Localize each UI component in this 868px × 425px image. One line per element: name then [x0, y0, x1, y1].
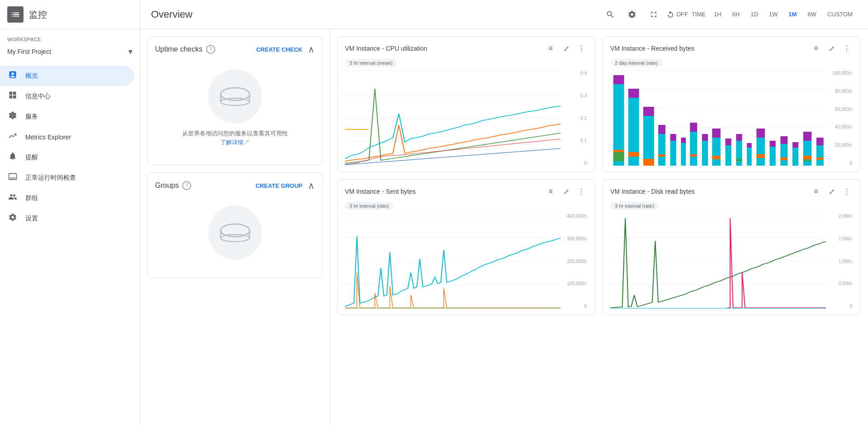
settings-button[interactable]	[623, 5, 641, 24]
groups-empty-state	[155, 195, 315, 271]
svg-rect-42	[702, 134, 708, 141]
svg-rect-62	[793, 142, 798, 148]
chart-disk-more-btn[interactable]: ⋮	[840, 185, 853, 198]
chart-cpu-more-btn[interactable]: ⋮	[575, 42, 588, 55]
uptime-card-chevron-icon[interactable]: ∧	[308, 44, 315, 55]
chart-received-header: VM Instance - Received bytes ≡ ⤢ ⋮	[610, 42, 853, 55]
refresh-toggle[interactable]: OFF	[666, 10, 688, 19]
nav-icon-dashboard	[7, 91, 18, 102]
workspace-project-name: My First Project	[7, 48, 51, 55]
uptime-empty-text: 从世界各地访问您的服务以查看其可用性 了解详情↗	[182, 129, 288, 147]
sidebar-item-alerts[interactable]: 提醒	[0, 147, 134, 167]
chart-sent-legend-btn[interactable]: ≡	[544, 185, 557, 198]
chart-sent-y-labels: 400,000/s300,000/s200,000/s100,000/s0	[563, 214, 588, 309]
chart-cpu-title: VM Instance - CPU utilization	[345, 45, 427, 52]
create-check-link[interactable]: CREATE CHECK	[256, 46, 302, 53]
uptime-empty-state: 从世界各地访问您的服务以查看其可用性 了解详情↗	[155, 58, 315, 158]
sidebar-item-overview[interactable]: 概览	[0, 66, 134, 86]
svg-rect-68	[816, 138, 824, 145]
sidebar-item-uptime[interactable]: 正常运行时间检查	[0, 167, 134, 188]
svg-rect-56	[769, 147, 775, 166]
time-nav: TIME 1H 6H 1D 1W 1M 6W CUSTOM	[692, 8, 857, 20]
chart-cpu: VM Instance - CPU utilization ≡ ⤢ ⋮ 3 hr…	[337, 36, 595, 172]
svg-point-0	[12, 115, 14, 117]
svg-rect-64	[803, 132, 812, 141]
time-btn-6w[interactable]: 6W	[803, 8, 821, 20]
chart-disk-fullscreen-btn[interactable]: ⤢	[825, 185, 838, 198]
chart-sent-header: VM Instance - Sent bytes ≡ ⤢ ⋮	[345, 185, 588, 198]
uptime-help-icon[interactable]: ?	[206, 45, 215, 54]
chart-cpu-svg	[345, 71, 561, 166]
chart-cpu-header: VM Instance - CPU utilization ≡ ⤢ ⋮	[345, 42, 588, 55]
chart-received-legend-btn[interactable]: ≡	[810, 42, 822, 55]
svg-rect-35	[670, 134, 676, 141]
svg-rect-40	[690, 154, 697, 157]
svg-rect-37	[681, 138, 686, 143]
nav-label-services: 服务	[25, 113, 38, 121]
sidebar-item-groups[interactable]: 群组	[0, 188, 134, 208]
sidebar-item-services[interactable]: 服务	[0, 106, 134, 127]
time-btn-custom[interactable]: CUSTOM	[823, 8, 857, 20]
search-button[interactable]	[601, 5, 619, 24]
workspace-selector[interactable]: My First Project ▾	[7, 45, 132, 58]
chart-disk-interval: 3 hr interval (rate)	[610, 202, 659, 210]
chart-received-area: 100,000/s80,000/s60,000/s40,000/s20,000/…	[610, 71, 853, 166]
chart-received-svg	[610, 71, 826, 166]
svg-rect-28	[643, 116, 654, 166]
time-btn-1h[interactable]: 1H	[709, 8, 726, 20]
fullscreen-button[interactable]	[645, 5, 663, 24]
svg-rect-57	[769, 141, 775, 147]
svg-rect-32	[658, 125, 665, 134]
time-btn-1d[interactable]: 1D	[746, 8, 763, 20]
svg-rect-59	[780, 136, 788, 144]
learn-more-link[interactable]: 了解详情↗	[220, 139, 250, 146]
sidebar-item-metrics[interactable]: Metrics Explorer	[0, 127, 134, 147]
sidebar-item-settings[interactable]: 设置	[0, 208, 134, 229]
nav-label-settings: 设置	[25, 215, 38, 223]
nav-label-groups: 群组	[25, 194, 38, 202]
time-label: TIME	[692, 11, 706, 18]
svg-rect-44	[712, 129, 721, 138]
chart-sent-fullscreen-btn[interactable]: ⤢	[560, 185, 572, 198]
chart-received-actions: ≡ ⤢ ⋮	[810, 42, 853, 55]
chart-disk: VM Instance - Disk read bytes ≡ ⤢ ⋮ 3 hr…	[603, 179, 861, 315]
chart-cpu-fullscreen-btn[interactable]: ⤢	[560, 42, 572, 55]
chart-received-more-btn[interactable]: ⋮	[840, 42, 853, 55]
workspace-label: Workspace	[7, 37, 132, 42]
create-group-link[interactable]: CREATE GROUP	[255, 182, 302, 189]
charts-panel: VM Instance - CPU utilization ≡ ⤢ ⋮ 3 hr…	[330, 29, 868, 425]
chart-disk-legend-btn[interactable]: ≡	[810, 185, 822, 198]
uptime-card-title-row: Uptime checks ?	[155, 45, 215, 54]
groups-card-title-row: Groups ?	[155, 181, 191, 190]
chart-received-fullscreen-btn[interactable]: ⤢	[825, 42, 838, 55]
time-btn-6h[interactable]: 6H	[728, 8, 745, 20]
chart-sent: VM Instance - Sent bytes ≡ ⤢ ⋮ 3 hr inte…	[337, 179, 595, 315]
nav-label-uptime: 正常运行时间检查	[25, 174, 76, 182]
groups-help-icon[interactable]: ?	[182, 181, 191, 190]
chart-cpu-y-labels: 0.40.30.20.10	[563, 71, 588, 166]
nav-icon-services	[7, 111, 18, 122]
svg-rect-48	[736, 141, 742, 166]
svg-rect-63	[803, 141, 812, 166]
chart-disk-y-labels: 2.0M/s1.5M/s1.0M/s0.5M/s0	[828, 214, 853, 309]
workspace-chevron-icon: ▾	[128, 47, 132, 57]
chart-cpu-area: 0.40.30.20.10	[345, 71, 588, 166]
chart-cpu-legend-btn[interactable]: ≡	[544, 42, 557, 55]
nav-icon-alerts	[7, 152, 18, 163]
chart-sent-title: VM Instance - Sent bytes	[345, 188, 415, 195]
content-area: Uptime checks ? CREATE CHECK ∧	[140, 29, 868, 425]
time-btn-1w[interactable]: 1W	[764, 8, 783, 20]
sidebar-item-dashboard[interactable]: 信息中心	[0, 86, 134, 106]
nav-icon-settings	[7, 213, 18, 224]
groups-card-chevron-icon[interactable]: ∧	[308, 180, 315, 191]
nav-label-metrics: Metrics Explorer	[25, 134, 71, 141]
chart-sent-more-btn[interactable]: ⋮	[575, 185, 588, 198]
svg-rect-67	[816, 145, 824, 166]
chart-cpu-actions: ≡ ⤢ ⋮	[544, 42, 588, 55]
svg-rect-65	[803, 156, 812, 159]
chart-received: VM Instance - Received bytes ≡ ⤢ ⋮ 2 day…	[603, 36, 861, 172]
time-btn-1m[interactable]: 1M	[784, 8, 801, 20]
chart-cpu-interval: 3 hr interval (mean)	[345, 59, 397, 67]
nav-icon-metrics	[7, 131, 18, 143]
left-panel: Uptime checks ? CREATE CHECK ∧	[140, 29, 330, 425]
